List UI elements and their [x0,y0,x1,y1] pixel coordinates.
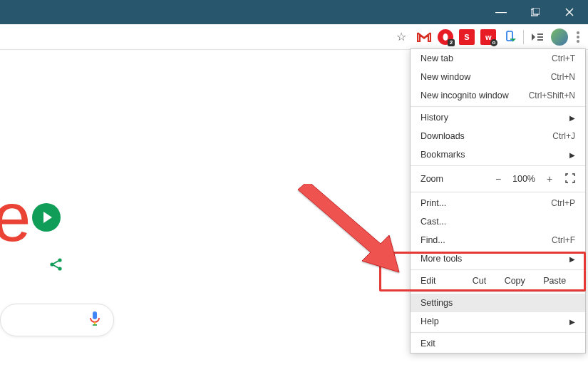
browser-toolbar: ☆ 2 S w o [0,24,588,50]
menu-new-window-label: New window [421,72,470,82]
maximize-button[interactable] [522,0,548,24]
menu-more-tools-label: More tools [421,254,462,264]
menu-new-tab-label: New tab [421,53,453,63]
menu-more-tools[interactable]: More tools ▶ [411,249,585,268]
menu-find-shortcut: Ctrl+F [552,235,575,245]
chrome-menu: New tab Ctrl+T New window Ctrl+N New inc… [410,48,586,354]
menu-zoom-label: Zoom [421,174,443,184]
chevron-right-icon: ▶ [569,114,575,122]
svg-line-15 [53,265,58,268]
chevron-right-icon: ▶ [569,255,575,263]
bookmark-star-icon[interactable]: ☆ [392,30,411,43]
fullscreen-icon[interactable] [559,173,575,185]
menu-downloads[interactable]: Downloads Ctrl+J [411,127,585,145]
svg-rect-1 [533,8,540,14]
menu-history[interactable]: History ▶ [411,108,585,127]
menu-edit-label: Edit [421,276,463,286]
extension-4-icon[interactable]: w o [480,29,496,45]
profile-avatar[interactable] [551,29,568,46]
media-toolbar-icon[interactable] [530,29,545,45]
maximize-icon [531,8,540,16]
menu-downloads-label: Downloads [421,131,465,141]
menu-new-window[interactable]: New window Ctrl+N [411,68,585,86]
svg-rect-16 [93,311,97,319]
menu-downloads-shortcut: Ctrl+J [552,131,575,141]
menu-settings-label: Settings [421,298,453,308]
menu-new-tab[interactable]: New tab Ctrl+T [411,49,585,68]
menu-new-incognito-shortcut: Ctrl+Shift+N [529,91,575,100]
close-button[interactable] [557,0,582,24]
menu-settings[interactable]: Settings [411,294,585,312]
edit-cut-button[interactable]: Cut [473,276,486,286]
menu-bookmarks-label: Bookmarks [421,150,465,160]
menu-print-label: Print... [421,198,446,208]
menu-new-incognito[interactable]: New incognito window Ctrl+Shift+N [411,86,585,105]
menu-print-shortcut: Ctrl+P [551,198,575,208]
menu-new-incognito-label: New incognito window [421,91,509,100]
zoom-value: 100% [508,174,540,184]
window-titlebar: — [0,0,588,24]
menu-new-tab-shortcut: Ctrl+T [552,53,575,63]
play-icon[interactable] [32,203,61,232]
chevron-right-icon: ▶ [569,151,575,159]
media-icon [530,31,545,43]
menu-separator [411,106,585,107]
menu-help-label: Help [421,316,439,326]
menu-exit[interactable]: Exit [411,334,585,353]
menu-print[interactable]: Print... Ctrl+P [411,194,585,212]
menu-help[interactable]: Help ▶ [411,312,585,331]
gmail-extension-icon[interactable] [416,29,432,45]
minimize-button[interactable]: — [488,0,514,24]
gmail-icon [417,31,431,43]
menu-edit: Edit Cut Copy Paste [411,272,585,290]
phone-extension-icon[interactable] [502,29,517,45]
voice-search-icon[interactable] [89,311,100,329]
menu-find[interactable]: Find... Ctrl+F [411,231,585,249]
menu-find-label: Find... [421,235,445,245]
menu-cast[interactable]: Cast... [411,212,585,231]
zoom-in-button[interactable]: + [540,173,559,185]
chevron-right-icon: ▶ [569,318,575,326]
edit-paste-button[interactable]: Paste [543,276,566,286]
share-icon[interactable] [48,257,64,276]
menu-separator [411,269,585,270]
menu-separator [411,332,585,333]
edit-copy-button[interactable]: Copy [505,276,525,286]
menu-new-window-shortcut: Ctrl+N [551,72,575,82]
menu-cast-label: Cast... [421,217,446,227]
opera-badge: 2 [448,39,455,46]
close-icon [565,8,574,16]
menu-history-label: History [421,113,448,123]
ext4-badge: o [490,39,497,46]
logo-letter-e: e [0,178,28,257]
zoom-out-button[interactable]: − [488,173,508,185]
menu-separator [411,192,585,192]
menu-separator [411,165,585,166]
opera-extension-icon[interactable]: 2 [438,29,453,45]
chrome-menu-button[interactable] [574,29,582,46]
search-input[interactable] [0,304,114,336]
google-logo-partial: e [0,178,61,257]
menu-zoom: Zoom − 100% + [411,167,585,190]
menu-bookmarks[interactable]: Bookmarks ▶ [411,145,585,164]
menu-exit-label: Exit [421,339,435,349]
phone-icon [503,31,516,43]
smule-extension-icon[interactable]: S [459,29,475,45]
svg-line-14 [53,261,58,264]
minimize-icon: — [495,6,507,19]
menu-separator [411,291,585,292]
toolbar-separator [523,30,524,44]
